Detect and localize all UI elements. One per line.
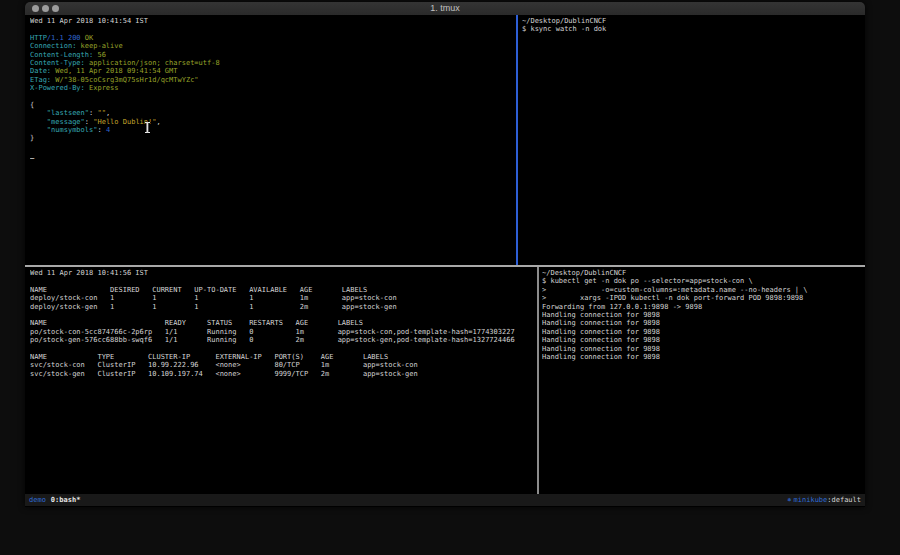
status-right: ⎈ minikube :default [787, 496, 861, 504]
terminal-text-segment: /1.1 200 [47, 34, 85, 42]
terminal-line: svc/stock-gen ClusterIP 10.109.197.74 <n… [30, 370, 535, 378]
terminal-line: Handling connection for 9898 [542, 319, 862, 327]
terminal-text-segment: Content-Length: [30, 51, 93, 59]
kube-namespace: :default [827, 496, 861, 504]
kube-context: minikube [794, 496, 828, 504]
terminal-text-segment: HTTP [30, 34, 47, 42]
terminal-line: Handling connection for 9898 [542, 345, 862, 353]
terminal-line [30, 143, 515, 151]
terminal-text-segment: Handling connection for 9898 [542, 328, 660, 336]
terminal-line [30, 311, 535, 319]
helm-icon: ⎈ [787, 496, 791, 504]
terminal-text-segment: svc/stock-gen ClusterIP 10.109.197.74 <n… [30, 370, 418, 378]
pane-divider-horizontal[interactable] [25, 265, 865, 267]
terminal-text-segment: po/stock-gen-576cc688bb-swqf6 1/1 Runnin… [30, 336, 515, 344]
terminal-line: HTTP/1.1 200 OK [30, 34, 515, 42]
terminal-text-segment: keep-alive [76, 42, 122, 50]
terminal-text-segment: Content-Type: [30, 59, 85, 67]
terminal-line: Handling connection for 9898 [542, 328, 862, 336]
terminal-line: deploy/stock-gen 1 1 1 1 2m app=stock-ge… [30, 303, 535, 311]
terminal-text-segment: deploy/stock-gen 1 1 1 1 2m app=stock-ge… [30, 303, 397, 311]
terminal-line: _ [30, 151, 515, 159]
terminal-text-segment: : [97, 126, 105, 134]
terminal-text-segment: svc/stock-con ClusterIP 10.99.222.96 <no… [30, 361, 418, 369]
terminal-line: deploy/stock-con 1 1 1 1 1m app=stock-co… [30, 294, 535, 302]
terminal-text-segment: application/json; charset=utf-8 [85, 59, 220, 67]
terminal-window: 1. tmux Wed 11 Apr 2018 10:41:54 IST HTT… [25, 2, 865, 507]
terminal-line: "lastseen": "", [30, 109, 515, 117]
terminal-line: Date: Wed, 11 Apr 2018 09:41:54 GMT [30, 67, 515, 75]
terminal-body: Wed 11 Apr 2018 10:41:54 IST HTTP/1.1 20… [25, 15, 865, 507]
terminal-text-segment: Date: [30, 67, 51, 75]
titlebar[interactable]: 1. tmux [25, 2, 865, 16]
terminal-text-segment: NAME TYPE CLUSTER-IP EXTERNAL-IP PORT(S)… [30, 353, 388, 361]
pane-divider-vertical-bottom[interactable] [537, 267, 539, 494]
terminal-line: Content-Type: application/json; charset=… [30, 59, 515, 67]
terminal-text-segment: OK [85, 34, 93, 42]
terminal-text-segment: "" [97, 109, 105, 117]
terminal-text-segment: deploy/stock-con 1 1 1 1 1m app=stock-co… [30, 294, 397, 302]
terminal-line: X-Powered-By: Express [30, 84, 515, 92]
terminal-text-segment: NAME READY STATUS RESTARTS AGE LABELS [30, 319, 363, 327]
terminal-text-segment: _ [30, 151, 34, 159]
terminal-text-segment: Forwarding from 127.0.0.1:9898 -> 9898 [542, 303, 702, 311]
terminal-text-segment: Wed, 11 Apr 2018 09:41:54 GMT [51, 67, 177, 75]
terminal-text-segment: > -o=custom-columns=:metadata.name --no-… [542, 286, 808, 294]
terminal-line: Content-Length: 56 [30, 51, 515, 59]
window-title: 1. tmux [25, 3, 865, 13]
pane-kubectl-resources[interactable]: Wed 11 Apr 2018 10:41:56 IST NAME DESIRE… [30, 269, 535, 493]
terminal-line [30, 277, 535, 285]
terminal-text-segment: 4 [106, 126, 110, 134]
terminal-text-segment: NAME DESIRED CURRENT UP-TO-DATE AVAILABL… [30, 286, 367, 294]
terminal-line: ~/Desktop/DublinCNCF [542, 269, 862, 277]
text-select-cursor-icon [144, 122, 151, 133]
terminal-text-segment: ~/Desktop/DublinCNCF [522, 17, 606, 25]
terminal-text-segment: "message" [30, 118, 85, 126]
terminal-text-segment: W/"38-05coCsrg3mQ75sHr1d/qcMTwYZc" [51, 76, 199, 84]
terminal-text-segment: : [85, 118, 93, 126]
terminal-line: > -o=custom-columns=:metadata.name --no-… [542, 286, 862, 294]
terminal-line: svc/stock-con ClusterIP 10.99.222.96 <no… [30, 361, 535, 369]
terminal-line: po/stock-con-5cc874766c-2p6rp 1/1 Runnin… [30, 328, 535, 336]
window-tab-bash[interactable]: 0:bash* [51, 496, 81, 504]
terminal-line [30, 93, 515, 101]
terminal-line: Wed 11 Apr 2018 10:41:56 IST [30, 269, 535, 277]
terminal-line: > xargs -IPOD kubectl -n dok port-forwar… [542, 294, 862, 302]
terminal-text-segment: "lastseen" [30, 109, 89, 117]
terminal-line: Connection: keep-alive [30, 42, 515, 50]
terminal-text-segment: po/stock-con-5cc874766c-2p6rp 1/1 Runnin… [30, 328, 515, 336]
terminal-text-segment: Wed 11 Apr 2018 10:41:54 IST [30, 17, 148, 25]
pane-divider-vertical-top[interactable] [516, 15, 518, 265]
terminal-text-segment: 56 [93, 51, 106, 59]
terminal-line: $ ksync watch -n dok [522, 25, 862, 33]
terminal-line: po/stock-gen-576cc688bb-swqf6 1/1 Runnin… [30, 336, 535, 344]
terminal-text-segment: $ ksync watch -n dok [522, 25, 606, 33]
terminal-text-segment: Express [85, 84, 119, 92]
terminal-line: NAME TYPE CLUSTER-IP EXTERNAL-IP PORT(S)… [30, 353, 535, 361]
terminal-line: ETag: W/"38-05coCsrg3mQ75sHr1d/qcMTwYZc" [30, 76, 515, 84]
terminal-text-segment: ETag: [30, 76, 51, 84]
terminal-line: Wed 11 Apr 2018 10:41:54 IST [30, 17, 515, 25]
terminal-text-segment: X-Powered-By: [30, 84, 85, 92]
pane-http-response[interactable]: Wed 11 Apr 2018 10:41:54 IST HTTP/1.1 20… [30, 17, 515, 263]
terminal-text-segment: Handling connection for 9898 [542, 345, 660, 353]
terminal-text-segment: Handling connection for 9898 [542, 319, 660, 327]
terminal-line: Forwarding from 127.0.0.1:9898 -> 9898 [542, 303, 862, 311]
terminal-text-segment: > xargs -IPOD kubectl -n dok port-forwar… [542, 294, 803, 302]
terminal-line: } [30, 134, 515, 142]
terminal-line: $ kubectl get -n dok po --selector=app=s… [542, 277, 862, 285]
terminal-line: Handling connection for 9898 [542, 336, 862, 344]
pane-port-forward[interactable]: ~/Desktop/DublinCNCF$ kubectl get -n dok… [542, 269, 862, 493]
terminal-text-segment: Handling connection for 9898 [542, 336, 660, 344]
terminal-text-segment: ~/Desktop/DublinCNCF [542, 269, 626, 277]
terminal-text-segment: Handling connection for 9898 [542, 311, 660, 319]
pane-ksync-watch[interactable]: ~/Desktop/DublinCNCF$ ksync watch -n dok [522, 17, 862, 263]
terminal-text-segment: $ kubectl get -n dok po --selector=app=s… [542, 277, 753, 285]
terminal-line: { [30, 101, 515, 109]
terminal-text-segment: , [156, 118, 160, 126]
terminal-line: "numsymbols": 4 [30, 126, 515, 134]
session-name[interactable]: demo [29, 496, 46, 504]
terminal-text-segment: { [30, 101, 34, 109]
terminal-text-segment: } [30, 134, 34, 142]
terminal-line: Handling connection for 9898 [542, 353, 862, 361]
